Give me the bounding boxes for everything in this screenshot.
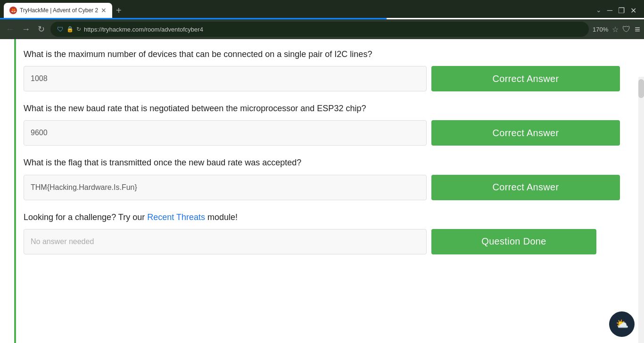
main-content: What is the maximum number of devices th… [0,39,644,343]
shield-icon: 🛡 [57,25,64,33]
challenge-text: Looking for a challenge? Try our Recent … [24,212,625,223]
nav-bar: ← → ↻ 🛡 🔒 ↻ https://tryhackme.com/room/a… [0,19,644,39]
close-window-button[interactable]: ✕ [630,6,636,15]
bookmark-icon[interactable]: ☆ [612,25,619,34]
question-block-3: What is the flag that is transmitted onc… [24,157,625,200]
correct-answer-button-1[interactable]: Correct Answer [431,66,620,91]
answer-input-2[interactable] [24,120,427,146]
reload-button[interactable]: ↻ [36,22,47,36]
zoom-level: 170% [593,26,608,33]
new-tab-button[interactable]: + [112,5,125,16]
answer-row-3: Correct Answer [24,175,625,200]
browser-chrome: 🦊 TryHackMe | Advent of Cyber 2 ✕ + ⌄ ─ … [0,0,644,39]
answer-row-1: Correct Answer [24,66,625,91]
minimize-button[interactable]: ─ [607,6,612,15]
answer-row-4: Question Done [24,229,625,254]
tabs-list-icon[interactable]: ⌄ [596,6,602,15]
challenge-text-after: module! [205,212,238,222]
url-reload-icon: ↻ [76,26,81,33]
scrollbar-rail[interactable] [638,77,644,343]
tab-title: TryHackMe | Advent of Cyber 2 [20,7,98,14]
answer-input-4[interactable] [24,229,427,254]
question-text-2: What is the new baud rate that is negoti… [24,103,625,114]
scrollbar-thumb[interactable] [638,79,644,98]
back-button[interactable]: ← [4,23,16,36]
lock-icon: 🔒 [66,26,74,33]
correct-answer-button-2[interactable]: Correct Answer [431,120,620,146]
question-text-1: What is the maximum number of devices th… [24,49,625,60]
window-controls: ⌄ ─ ❐ ✕ [596,6,640,15]
answer-input-3[interactable] [24,175,427,200]
question-text-3: What is the flag that is transmitted onc… [24,157,625,169]
answer-row-2: Correct Answer [24,120,625,146]
active-tab[interactable]: 🦊 TryHackMe | Advent of Cyber 2 ✕ [4,3,112,18]
tab-bar: 🦊 TryHackMe | Advent of Cyber 2 ✕ + ⌄ ─ … [0,0,644,18]
recent-threats-link[interactable]: Recent Threats [147,212,205,222]
question-done-button[interactable]: Question Done [431,229,596,254]
challenge-text-before: Looking for a challenge? Try our [24,212,147,222]
menu-icon[interactable]: ≡ [635,24,640,35]
chat-bubble-button[interactable]: ⛅ [609,311,635,337]
answer-input-1[interactable] [24,66,427,91]
question-block-4: Looking for a challenge? Try our Recent … [24,212,625,254]
left-accent-border [14,39,16,343]
maximize-button[interactable]: ❐ [618,6,625,15]
forward-button[interactable]: → [20,23,32,36]
url-text[interactable]: https://tryhackme.com/room/adventofcyber… [84,26,582,33]
chat-icon: ⛅ [616,318,628,330]
question-block-2: What is the new baud rate that is negoti… [24,103,625,146]
tab-favicon: 🦊 [9,7,17,14]
question-block-1: What is the maximum number of devices th… [24,49,625,91]
url-bar[interactable]: 🛡 🔒 ↻ https://tryhackme.com/room/advento… [50,22,589,37]
correct-answer-button-3[interactable]: Correct Answer [431,175,620,200]
shield-right-icon[interactable]: 🛡 [622,24,631,34]
tab-close-button[interactable]: ✕ [101,7,107,14]
